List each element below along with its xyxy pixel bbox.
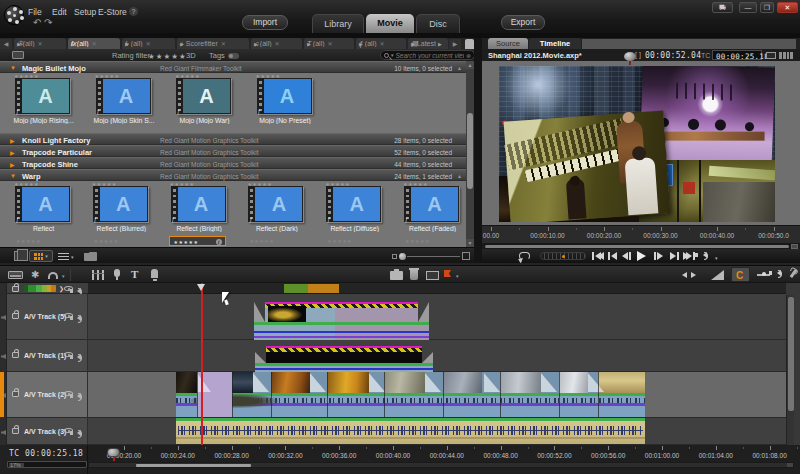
timeline-vscroll-handle[interactable] [788, 297, 794, 411]
speaker-icon[interactable] [77, 315, 81, 321]
volume-dropdown-icon[interactable]: ▾ [715, 255, 718, 261]
library-tab-0[interactable]: ▶✇(all)✕ [14, 38, 66, 49]
fit-timeline-icon[interactable] [682, 272, 696, 279]
grid-view-button[interactable]: ▾ [29, 250, 53, 262]
info-icon[interactable]: i [216, 239, 222, 245]
section-expand-icon[interactable]: ▶ [10, 161, 15, 168]
lock-icon[interactable] [12, 428, 19, 434]
library-tab-5[interactable]: ▶T(all)✕ [304, 38, 354, 49]
library-scrollbar-handle[interactable] [467, 113, 473, 189]
multiview-icon[interactable] [779, 52, 793, 59]
open-folder-icon[interactable] [84, 252, 97, 261]
selected-item-rating-box[interactable]: ★★★★★i [169, 236, 226, 246]
section-collapse-arrow-icon[interactable]: ▲ [457, 65, 462, 71]
track-header[interactable]: A/V Track (2) [7, 372, 88, 418]
speaker-icon[interactable] [77, 430, 81, 436]
section-collapse-arrow-icon[interactable]: ▲ [457, 173, 462, 179]
section-expand-icon[interactable]: ▶ [10, 137, 15, 144]
tab-close-icon[interactable]: ✕ [221, 40, 226, 47]
master-lock-icon[interactable] [12, 286, 19, 292]
timeline-zoom-bar[interactable]: 17% [7, 461, 87, 468]
track-header[interactable]: A/V Track (1) [7, 340, 88, 372]
scroll-down-icon[interactable]: ▼ [466, 239, 474, 247]
filter-3d-label[interactable]: 3D [186, 51, 196, 60]
list-view-button[interactable]: ▾ [58, 251, 78, 262]
tab-source[interactable]: Source [488, 38, 528, 49]
export-button[interactable]: Export [501, 15, 545, 30]
item-thumbnail[interactable]: Aƒ [248, 186, 303, 222]
menu-edit[interactable]: Edit [52, 7, 67, 17]
next-clip-button[interactable] [670, 252, 679, 260]
transition-wedge-icon[interactable] [588, 373, 604, 392]
search-dropdown-icon[interactable]: ▾ [391, 52, 394, 58]
item-thumbnail[interactable]: Aƒ [15, 186, 70, 222]
help-icon[interactable]: ? [129, 7, 138, 16]
marker-strip[interactable] [88, 283, 786, 294]
snapshot-icon[interactable] [390, 271, 403, 280]
item-thumbnail[interactable]: Aƒ [176, 78, 231, 114]
lock-icon[interactable] [12, 352, 19, 358]
tab-close-icon[interactable]: ✕ [146, 40, 151, 47]
timeline-hscroll-handle[interactable] [136, 464, 251, 467]
play-button[interactable] [637, 251, 646, 261]
tab-scroll-left-icon[interactable]: ◀ [0, 39, 12, 49]
tab-movie[interactable]: Movie [366, 14, 414, 33]
magnet-icon[interactable] [48, 272, 58, 279]
search-input[interactable] [396, 52, 464, 59]
quick-import-icon[interactable] [12, 51, 24, 59]
item-thumbnail[interactable]: Aƒ [257, 78, 312, 114]
track-header[interactable]: A/V Track (5) [7, 294, 88, 340]
panel-divider[interactable] [474, 38, 482, 263]
video-viewport[interactable] [499, 66, 775, 222]
library-tab-2[interactable]: ▶ϟ(all)✕ [122, 38, 175, 49]
timeline-vertical-scrollbar[interactable] [786, 295, 794, 445]
section-expand-icon[interactable]: ▶ [10, 149, 15, 156]
library-tab-7[interactable]: ▶▤Latest▶ [408, 38, 448, 49]
section-collapse-icon[interactable]: ▼ [10, 173, 16, 179]
magnet-snap-button[interactable]: C [731, 267, 750, 282]
tags-toggle[interactable] [228, 53, 239, 59]
track-content[interactable] [88, 372, 786, 418]
lock-icon[interactable] [12, 313, 19, 319]
gear-icon[interactable]: ✱ [31, 269, 39, 280]
storyboard-icon[interactable] [8, 271, 23, 279]
tab-close-icon[interactable]: ✕ [275, 40, 280, 47]
playhead-knob[interactable] [107, 448, 120, 457]
item-thumbnail[interactable]: Aƒ [404, 186, 459, 222]
menu-setup[interactable]: Setup [74, 7, 96, 17]
audio-mixer-icon[interactable] [92, 270, 104, 280]
item-thumbnail[interactable]: Aƒ [96, 78, 151, 114]
zoom-in-icon[interactable] [462, 252, 470, 260]
tab-scroll-right-icon[interactable]: ▶ [449, 39, 461, 49]
library-tab-6[interactable]: ▶ƒ(all)✕ [356, 38, 406, 49]
speaker-icon[interactable] [77, 354, 81, 360]
tab-timeline[interactable]: Timeline [529, 38, 581, 49]
transition-wedge-icon[interactable] [369, 373, 385, 392]
restore-button[interactable]: ❐ [760, 2, 774, 13]
frame-forward-button[interactable] [654, 252, 663, 260]
transition-wedge-icon[interactable] [425, 373, 441, 392]
filter-tags-label[interactable]: Tags [209, 51, 225, 60]
clip-title-track1[interactable] [255, 346, 433, 372]
preview-scrollbar-handle[interactable] [485, 245, 789, 248]
trash-icon[interactable] [410, 270, 418, 280]
section-collapse-icon[interactable]: ▼ [10, 65, 16, 71]
undo-icon[interactable]: ↶ [33, 17, 41, 28]
settings-wrench-icon[interactable] [790, 269, 798, 279]
tab-library[interactable]: Library [312, 14, 364, 33]
library-tab-4[interactable]: ▶♫(all)✕ [251, 38, 302, 49]
go-start-button[interactable] [592, 252, 604, 260]
item-rating-stars-bottom[interactable]: ★★★★★ [16, 238, 41, 244]
scroll-up-icon[interactable]: ▲ [466, 61, 474, 69]
library-tab-1[interactable]: ▶fx(all)✕ [68, 38, 120, 49]
new-tab-icon[interactable] [465, 39, 474, 49]
loop-icon[interactable] [519, 252, 530, 260]
scenes-icon[interactable] [14, 251, 23, 261]
cart-icon[interactable]: ⛟ [712, 2, 733, 13]
clip-title-track5[interactable] [254, 302, 429, 343]
section-header-knoll-light-factory[interactable]: ▶Knoll Light FactoryRed Giant Motion Gra… [0, 133, 466, 145]
transition-wedge-icon[interactable] [310, 373, 326, 392]
tab-close-icon[interactable]: ✕ [92, 40, 97, 47]
redo-icon[interactable]: ↷ [44, 17, 52, 28]
prev-clip-button[interactable] [608, 252, 617, 260]
